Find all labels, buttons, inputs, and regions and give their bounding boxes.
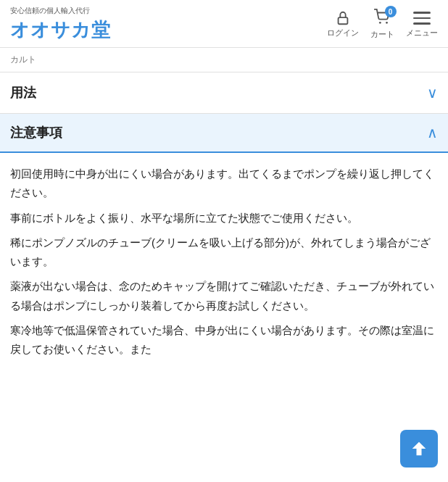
login-label: ログイン [327,28,359,38]
youhou-title: 用法 [10,84,36,101]
arrow-up-icon [409,439,429,459]
menu-button[interactable]: メニュー [406,10,438,38]
site-logo[interactable]: オオサカ堂 [10,17,111,43]
caution-paragraph: 初回使用時に中身が出にくい場合があります。出てくるまでポンプを繰り返し押してくだ… [10,165,438,203]
logo-area: 安心信頼の個人輸入代行 オオサカ堂 [10,6,111,43]
caution-chevron-icon: ∧ [427,124,438,141]
caution-paragraph: 薬液が出ない場合は、念のためキャップを開けてご確認いただき、チューブが外れている… [10,277,438,315]
svg-rect-0 [339,17,348,24]
cart-badge: 0 [385,6,397,17]
caution-paragraph: 寒冷地等で低温保管されていた場合、中身が出にくい場合があります。その際は室温に戻… [10,321,438,360]
svg-point-2 [386,22,388,24]
site-header: 安心信頼の個人輸入代行 オオサカ堂 ログイン 0 カート [0,0,448,48]
youhou-section-header[interactable]: 用法 ∨ [0,72,448,114]
youhou-chevron-icon: ∨ [427,84,438,101]
scroll-top-button[interactable] [400,430,438,468]
header-right: ログイン 0 カート メニュー [327,9,438,40]
cart-button[interactable]: 0 カート [370,9,394,40]
caution-paragraph: 事前にボトルをよく振り、水平な場所に立てた状態でご使用ください。 [10,209,438,228]
breadcrumb-text: カルト [10,54,36,65]
caution-section-header[interactable]: 注意事項 ∧ [0,114,448,153]
caution-paragraph: 稀にポンプノズルのチューブ(クリームを吸い上げる部分)が、外れてしまう場合がござ… [10,233,438,272]
caution-title: 注意事項 [10,124,62,141]
menu-icon [412,10,432,26]
lock-icon [335,10,351,26]
cart-label: カート [370,29,394,40]
login-button[interactable]: ログイン [327,10,359,38]
breadcrumb: カルト [0,48,448,72]
caution-content: 初回使用時に中身が出にくい場合があります。出てくるまでポンプを繰り返し押してくだ… [0,153,448,373]
menu-label: メニュー [406,28,438,38]
svg-point-1 [378,22,381,24]
tagline: 安心信頼の個人輸入代行 [10,6,111,16]
